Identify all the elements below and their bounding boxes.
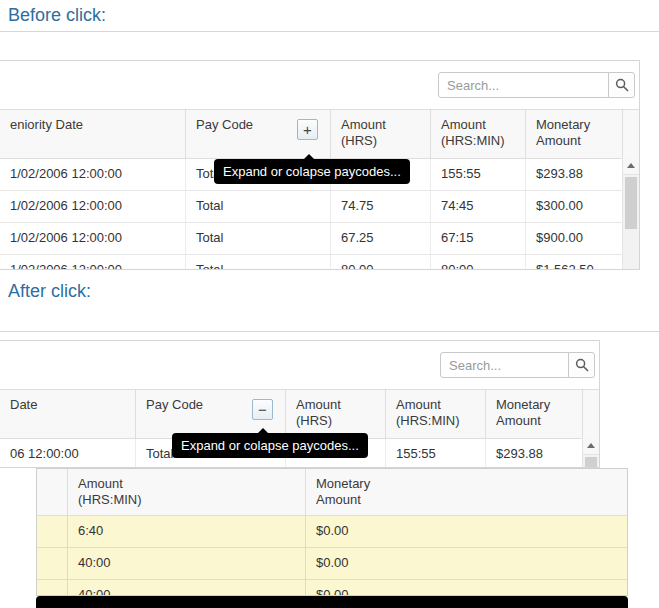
header-row: eniority Date Pay Code + Amount (HRS) Am…	[0, 109, 639, 159]
tooltip-text: Expand or colapse paycodes...	[181, 438, 359, 453]
scrollbar-thumb[interactable]	[625, 177, 637, 229]
expanded-paycodes-grid: Amount (HRS:MIN) Monetary Amount 6:40 $0…	[36, 468, 628, 596]
cell-pay-code: Total	[185, 223, 330, 254]
cell-monetary-amount: $0.00	[305, 516, 627, 547]
cell-monetary-amount: $293.88	[525, 159, 622, 190]
cell-monetary-amount: $0.00	[305, 548, 627, 579]
cell-pay-code: Total	[185, 191, 330, 222]
table-row[interactable]: 40:00 $0.00	[37, 548, 627, 580]
table-row[interactable]: 40:00 $0.00	[37, 580, 627, 596]
cell-seniority-date: 1/02/2006 12:00:00	[0, 191, 185, 222]
cell-amount-hrs: 67.25	[330, 223, 430, 254]
cell-seniority-date: 1/02/2006 12:00:00	[0, 255, 185, 270]
cell-amount-hrsmin: 40:00	[67, 548, 305, 579]
cell-amount-hrsmin: 155:55	[385, 439, 485, 468]
grid-toolbar	[0, 341, 599, 389]
column-header-amount-hrs[interactable]: Amount (HRS)	[330, 110, 430, 158]
column-header-amount-hrsmin[interactable]: Amount (HRS:MIN)	[430, 110, 525, 158]
cell-amount-hrsmin: 40:00	[67, 580, 305, 596]
divider	[0, 31, 659, 32]
before-heading: Before click:	[8, 5, 106, 26]
scrollbar-thumb[interactable]	[585, 457, 597, 467]
search-input[interactable]	[440, 352, 570, 378]
column-header-amount-hrsmin[interactable]: Amount (HRS:MIN)	[67, 469, 305, 515]
cell-monetary-amount: $0.00	[305, 580, 627, 596]
header-row: Date Pay Code − Amount (HRS) Amount (HRS…	[0, 389, 599, 439]
header-spacer	[622, 110, 638, 158]
cell-amount-hrs: 74.75	[330, 191, 430, 222]
cell-amount-hrsmin: 67:15	[430, 223, 525, 254]
cutoff-tooltip	[36, 596, 628, 608]
column-header-amount-hrsmin[interactable]: Amount (HRS:MIN)	[385, 390, 485, 438]
expand-collapse-tooltip: Expand or colapse paycodes...	[214, 159, 410, 184]
cell-spacer	[37, 516, 67, 547]
table-row[interactable]: 1/02/2006 12:00:00 Total 80.00 80:00 $1,…	[0, 255, 639, 270]
column-header-monetary-amount[interactable]: Monetary Amount	[525, 110, 622, 158]
column-header-spacer	[37, 469, 67, 515]
vertical-scrollbar[interactable]	[582, 437, 599, 468]
table-row[interactable]: 1/02/2006 12:00:00 Total 67.25 67:15 $90…	[0, 223, 639, 255]
cell-spacer	[37, 580, 67, 596]
scroll-up-icon	[627, 163, 635, 168]
cell-monetary-amount: $293.88	[485, 439, 582, 468]
cell-monetary-amount: $300.00	[525, 191, 622, 222]
cell-amount-hrs: 80.00	[330, 255, 430, 270]
column-header-monetary-amount[interactable]: Monetary Amount	[305, 469, 627, 515]
column-header-amount-hrs[interactable]: Amount (HRS)	[285, 390, 385, 438]
cell-spacer	[37, 548, 67, 579]
divider	[0, 331, 659, 332]
tooltip-callout-icon	[304, 154, 314, 159]
search-button[interactable]	[568, 352, 595, 378]
expand-paycodes-button[interactable]: +	[297, 119, 318, 140]
scroll-up-button[interactable]	[623, 157, 639, 175]
table-row[interactable]: 6:40 $0.00	[37, 516, 627, 548]
cell-amount-hrsmin: 155:55	[430, 159, 525, 190]
tooltip-text: Expand or colapse paycodes...	[223, 164, 401, 179]
collapse-paycodes-button[interactable]: −	[252, 399, 273, 420]
column-header-pay-code[interactable]: Pay Code +	[185, 110, 330, 158]
scroll-up-icon	[587, 443, 595, 448]
page: { "headings": { "before": "Before click:…	[0, 0, 659, 608]
search-button[interactable]	[608, 72, 635, 98]
table-row[interactable]: 1/02/2006 12:00:00 Total 74.75 74:45 $30…	[0, 191, 639, 223]
search-icon	[575, 358, 589, 372]
search-input[interactable]	[438, 72, 610, 98]
search-icon	[615, 78, 629, 92]
column-header-monetary-amount-label: Monetary Amount	[316, 476, 406, 508]
scroll-up-button[interactable]	[583, 437, 599, 455]
header-row: Amount (HRS:MIN) Monetary Amount	[37, 469, 627, 516]
cell-monetary-amount: $900.00	[525, 223, 622, 254]
cell-amount-hrsmin: 74:45	[430, 191, 525, 222]
column-header-date[interactable]: Date	[0, 390, 135, 438]
column-header-pay-code-label: Pay Code	[196, 117, 253, 133]
column-header-amount-hrsmin-label: Amount (HRS:MIN)	[78, 476, 168, 508]
header-spacer	[582, 390, 598, 438]
cell-monetary-amount: $1,562.50	[525, 255, 622, 270]
column-header-seniority-date[interactable]: eniority Date	[0, 110, 185, 158]
cell-seniority-date: 1/02/2006 12:00:00	[0, 223, 185, 254]
column-header-monetary-amount[interactable]: Monetary Amount	[485, 390, 582, 438]
tooltip-callout-icon	[258, 428, 268, 433]
vertical-scrollbar[interactable]	[622, 157, 639, 270]
after-heading: After click:	[8, 281, 91, 302]
expand-collapse-tooltip: Expand or colapse paycodes...	[172, 433, 368, 458]
cell-seniority-date: 1/02/2006 12:00:00	[0, 159, 185, 190]
grid-toolbar	[0, 61, 639, 109]
cell-date: 06 12:00:00	[0, 439, 135, 468]
cell-amount-hrsmin: 6:40	[67, 516, 305, 547]
column-header-pay-code-label: Pay Code	[146, 397, 203, 413]
cell-amount-hrsmin: 80:00	[430, 255, 525, 270]
cell-pay-code: Total	[185, 255, 330, 270]
